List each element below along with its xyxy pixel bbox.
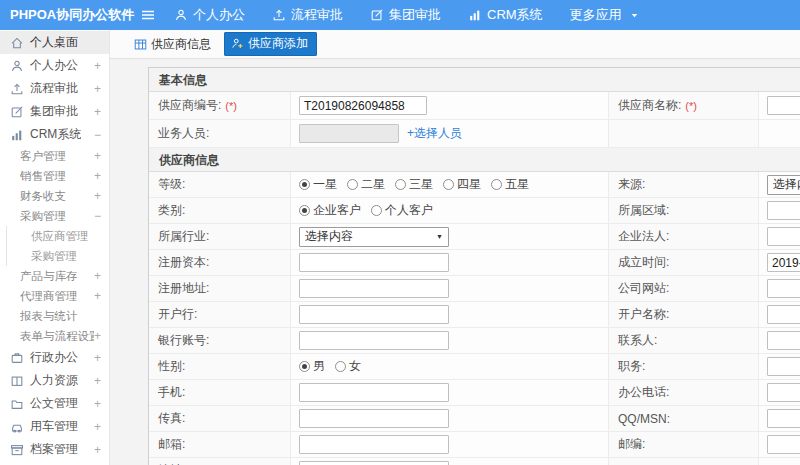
sidebar-item-流程审批[interactable]: 流程审批+	[0, 77, 109, 100]
text-input[interactable]	[299, 253, 449, 272]
radio-option[interactable]: 女	[335, 358, 361, 375]
text-input[interactable]	[299, 331, 449, 350]
sidebar-item-代理商管理[interactable]: 代理商管理+	[0, 286, 109, 306]
text-input[interactable]	[767, 305, 800, 324]
hamburger-menu-icon[interactable]	[140, 7, 156, 23]
text-input[interactable]	[299, 383, 449, 402]
expand-toggle-icon[interactable]: +	[94, 421, 101, 433]
form-row: 等级:一星二星三星四星五星来源:选择内容▼	[149, 172, 800, 198]
expand-toggle-icon[interactable]: +	[94, 170, 101, 182]
expand-toggle-icon[interactable]: +	[94, 444, 101, 456]
sidebar-item-采购管理[interactable]: 采购管理−	[0, 206, 109, 226]
sidebar-item-财务收支[interactable]: 财务收支+	[0, 186, 109, 206]
sidebar-item-label: CRM系统	[30, 126, 81, 143]
text-input[interactable]	[767, 279, 800, 298]
sidebar-item-采购管理[interactable]: 采购管理	[6, 246, 109, 266]
label-cell: 手机:	[149, 380, 291, 405]
expand-toggle-icon[interactable]: +	[94, 150, 101, 162]
radio-option[interactable]: 二星	[347, 176, 385, 193]
sidebar-item-label: 采购管理	[20, 209, 66, 224]
select-input[interactable]: 选择内容▼	[767, 175, 800, 195]
expand-toggle-icon[interactable]: +	[94, 375, 101, 387]
sidebar-item-公文管理[interactable]: 公文管理+	[0, 392, 109, 415]
radio-button[interactable]	[347, 179, 358, 190]
sidebar-item-档案管理[interactable]: 档案管理+	[0, 438, 109, 461]
expand-toggle-icon[interactable]: +	[94, 398, 101, 410]
sidebar-item-集团审批[interactable]: 集团审批+	[0, 100, 109, 123]
text-input[interactable]	[299, 461, 449, 465]
expand-toggle-icon[interactable]: +	[94, 106, 101, 118]
radio-option[interactable]: 四星	[443, 176, 481, 193]
label-cell: 联系人:	[609, 328, 759, 353]
radio-button[interactable]	[395, 179, 406, 190]
sidebar-item-表单与流程设置[interactable]: 表单与流程设置+	[0, 326, 109, 346]
radio-button[interactable]	[371, 205, 382, 216]
expand-toggle-icon[interactable]: +	[94, 190, 101, 202]
radio-option[interactable]: 个人客户	[371, 202, 433, 219]
expand-toggle-icon[interactable]: −	[94, 129, 101, 141]
radio-option[interactable]: 一星	[299, 176, 337, 193]
radio-button[interactable]	[491, 179, 502, 190]
app-window: PHPOA协同办公软件 个人办公流程审批集团审批CRM系统更多应用 个人桌面个人…	[0, 0, 800, 465]
topnav-item[interactable]: 更多应用	[570, 6, 639, 24]
sidebar-item-个人办公[interactable]: 个人办公+	[0, 54, 109, 77]
field-cell	[291, 250, 609, 275]
text-input[interactable]	[767, 435, 800, 454]
select-person-link[interactable]: +选择人员	[407, 125, 462, 142]
select-input[interactable]: 选择内容▼	[299, 227, 449, 247]
topnav-item[interactable]: 流程审批	[272, 6, 343, 24]
sidebar-item-用车管理[interactable]: 用车管理+	[0, 415, 109, 438]
text-input[interactable]	[299, 435, 449, 454]
topnav-item[interactable]: CRM系统	[468, 6, 543, 24]
sidebar-item-报表与统计[interactable]: 报表与统计	[0, 306, 109, 326]
radio-button[interactable]	[299, 179, 310, 190]
text-input[interactable]	[299, 305, 449, 324]
radio-button[interactable]	[443, 179, 454, 190]
tab-supplier-add[interactable]: 供应商添加	[224, 32, 317, 56]
expand-toggle-icon[interactable]: +	[94, 60, 101, 72]
text-input[interactable]	[767, 409, 800, 428]
text-input[interactable]	[767, 331, 800, 350]
expand-toggle-icon[interactable]: +	[94, 330, 101, 342]
radio-button[interactable]	[335, 361, 346, 372]
text-input[interactable]	[299, 409, 449, 428]
text-input[interactable]	[299, 279, 449, 298]
text-input[interactable]	[767, 253, 800, 272]
text-input[interactable]	[767, 383, 800, 402]
expand-toggle-icon[interactable]: +	[94, 352, 101, 364]
sidebar-item-CRM系统[interactable]: CRM系统−	[0, 123, 109, 146]
text-input[interactable]	[767, 357, 800, 376]
expand-toggle-icon[interactable]: +	[94, 290, 101, 302]
section-header: 供应商信息	[149, 148, 800, 172]
folder-icon	[10, 397, 24, 411]
radio-label: 二星	[361, 176, 385, 193]
sidebar-item-产品与库存[interactable]: 产品与库存+	[0, 266, 109, 286]
form-section: 基本信息供应商编号:(*)供应商名称:(*)业务人员:+选择人员	[149, 68, 800, 148]
text-input[interactable]	[299, 96, 427, 115]
text-input[interactable]	[767, 201, 800, 220]
text-input[interactable]	[767, 96, 800, 115]
sidebar-item-供应商管理[interactable]: 供应商管理	[6, 226, 109, 246]
radio-option[interactable]: 男	[299, 358, 325, 375]
radio-option[interactable]: 三星	[395, 176, 433, 193]
sidebar-item-个人桌面[interactable]: 个人桌面	[0, 31, 109, 54]
text-input[interactable]	[767, 227, 800, 246]
radio-button[interactable]	[299, 361, 310, 372]
edit-icon	[10, 105, 24, 119]
topnav-item[interactable]: 集团审批	[370, 6, 441, 24]
required-marker: (*)	[685, 100, 697, 112]
radio-button[interactable]	[299, 205, 310, 216]
tab-supplier-info[interactable]: 供应商信息	[134, 36, 211, 53]
sidebar-item-人力资源[interactable]: 人力资源+	[0, 369, 109, 392]
radio-option[interactable]: 企业客户	[299, 202, 361, 219]
sidebar-item-销售管理[interactable]: 销售管理+	[0, 166, 109, 186]
sidebar-item-客户管理[interactable]: 客户管理+	[0, 146, 109, 166]
app-logo: PHPOA协同办公软件	[0, 6, 128, 24]
radio-option[interactable]: 五星	[491, 176, 529, 193]
expand-toggle-icon[interactable]: −	[94, 210, 101, 222]
field-label: 所属区域:	[618, 202, 669, 219]
expand-toggle-icon[interactable]: +	[94, 270, 101, 282]
topnav-item[interactable]: 个人办公	[174, 6, 245, 24]
expand-toggle-icon[interactable]: +	[94, 83, 101, 95]
sidebar-item-行政办公[interactable]: 行政办公+	[0, 346, 109, 369]
